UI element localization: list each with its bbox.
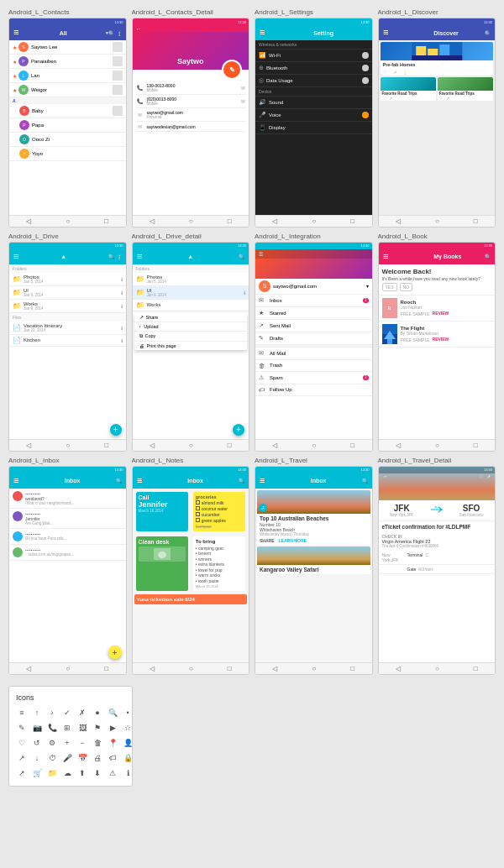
- icon-bullet[interactable]: •: [122, 707, 134, 719]
- travel-search-icon[interactable]: 🔍: [362, 478, 368, 484]
- icon-time[interactable]: ⏱: [46, 752, 58, 764]
- drive-folder-item[interactable]: 📁 UI Jan 9, 2014 ℹ: [9, 286, 126, 300]
- travel-learn-more-button[interactable]: LEARN MORE: [279, 538, 307, 543]
- list-item[interactable]: ★ W Weigor: [9, 83, 126, 97]
- context-menu-share[interactable]: ↗ Share: [134, 313, 248, 322]
- icon-arrow-down[interactable]: ↓: [31, 752, 43, 764]
- context-menu-copy[interactable]: ⧉ Copy: [134, 332, 248, 342]
- book-search-icon[interactable]: 🔍: [485, 254, 491, 259]
- icon-mic[interactable]: 🎤: [61, 752, 73, 764]
- book-review-button-2[interactable]: REVIEW: [433, 337, 449, 342]
- drive-detail-menu-icon[interactable]: ☰: [137, 254, 188, 260]
- book-review-button-1[interactable]: REVIEW: [433, 311, 449, 316]
- inbox-menu-icon[interactable]: ☰: [13, 478, 65, 484]
- list-item[interactable]: P Papa: [9, 118, 126, 133]
- book-menu-icon[interactable]: ☰: [383, 254, 434, 260]
- back-button[interactable]: ◁: [272, 217, 277, 225]
- inbox-menu-item[interactable]: ✉ Inbox 3: [255, 295, 372, 307]
- back-button[interactable]: ◁: [150, 217, 155, 225]
- bluetooth-item[interactable]: ⊕ Bluetooth: [255, 62, 372, 75]
- book-yes-button[interactable]: YES: [382, 283, 397, 291]
- context-menu-upload[interactable]: ↑ Upload: [134, 322, 248, 332]
- inbox-fab[interactable]: +: [108, 646, 122, 659]
- discover-small-card-1[interactable]: Favorite Road Trips ♡ ↗: [381, 77, 436, 101]
- home-button[interactable]: ○: [189, 442, 193, 449]
- note-card-yuna[interactable]: Yuna tickettion sale 6/24: [134, 594, 248, 604]
- icon-flag[interactable]: ⚑: [92, 722, 103, 734]
- inbox-email-item[interactable]: ··········· ···subia.com.au/img/grapes..…: [9, 545, 126, 561]
- context-menu-print[interactable]: 🖨 Print this page: [134, 342, 248, 350]
- recents-button[interactable]: □: [474, 217, 478, 225]
- icon-calendar[interactable]: 📅: [76, 752, 88, 764]
- list-item[interactable]: Y Yoyo: [9, 147, 126, 161]
- home-button[interactable]: ○: [435, 217, 439, 225]
- note-card-jennifer[interactable]: Call Jennifer March 16,2014: [136, 492, 188, 531]
- recents-button[interactable]: □: [104, 217, 108, 225]
- dropdown-icon[interactable]: ▾: [366, 283, 369, 289]
- home-button[interactable]: ○: [312, 442, 316, 449]
- icon-x[interactable]: ✗: [76, 707, 88, 719]
- drive-detail-search-icon[interactable]: 🔍: [239, 254, 244, 259]
- icon-warning[interactable]: ⚠: [107, 767, 118, 779]
- drive-detail-fab[interactable]: +: [233, 424, 244, 436]
- contacts-search-icon[interactable]: 🔍: [108, 30, 114, 36]
- discover-search-icon[interactable]: 🔍: [485, 30, 491, 36]
- recents-button[interactable]: □: [228, 217, 232, 225]
- drive-detail-folder-item-selected[interactable]: 📁 UI Jan 9, 2014 ℹ: [133, 286, 249, 300]
- home-button[interactable]: ○: [312, 217, 316, 225]
- home-button[interactable]: ○: [66, 442, 70, 449]
- display-item[interactable]: 📱 Display: [255, 122, 372, 134]
- drive-item-more[interactable]: ℹ: [121, 276, 123, 282]
- starred-menu-item[interactable]: ★ Starred: [255, 307, 372, 320]
- travel-card-desert[interactable]: Kangaroo Valley Safari: [257, 546, 370, 574]
- icon-trash[interactable]: 🗑: [92, 737, 103, 749]
- back-button[interactable]: ◁: [396, 217, 401, 225]
- icon-lock[interactable]: 🔒: [122, 752, 134, 764]
- settings-menu-icon[interactable]: ☰: [260, 29, 313, 36]
- icon-plus[interactable]: +: [61, 737, 73, 749]
- icon-folder[interactable]: 📁: [46, 767, 58, 779]
- checkbox[interactable]: [196, 506, 200, 510]
- wifi-item[interactable]: 📶 Wi-Fi: [255, 50, 372, 62]
- recents-button[interactable]: □: [474, 665, 478, 672]
- drive-more-icon[interactable]: ⋮: [117, 254, 122, 259]
- home-button[interactable]: ○: [435, 442, 439, 449]
- trash-menu-item[interactable]: 🗑 Trash: [255, 360, 372, 372]
- list-item[interactable]: B Baby: [9, 104, 126, 118]
- inbox-email-item[interactable]: ··········· Jennifer Are Gang Wait...: [9, 509, 126, 529]
- icon-search[interactable]: 🔍: [107, 707, 118, 719]
- inbox-email-item[interactable]: ··········· Do you have Paris rela...: [9, 529, 126, 545]
- icon-play[interactable]: ▶: [107, 722, 118, 734]
- icon-up-arrow[interactable]: ↑: [31, 707, 43, 719]
- recents-button[interactable]: □: [350, 217, 354, 225]
- home-button[interactable]: ○: [435, 665, 439, 672]
- recents-button[interactable]: □: [228, 665, 232, 672]
- icon-location[interactable]: 📍: [107, 737, 118, 749]
- notes-search-icon[interactable]: 🔍: [239, 478, 244, 484]
- drive-detail-folder-item[interactable]: 📁 Photos Jan 5, 2014: [133, 273, 249, 286]
- icon-tag[interactable]: 🏷: [107, 752, 118, 764]
- recents-button[interactable]: □: [350, 665, 354, 672]
- home-button[interactable]: ○: [66, 665, 70, 672]
- more-icon[interactable]: ⋮: [403, 70, 407, 75]
- drive-file-item[interactable]: 📄 Vacation Itinerary Jan 22, 2014 ℹ: [9, 322, 126, 335]
- contacts-more-icon[interactable]: ⋮: [117, 30, 122, 36]
- drive-item-more[interactable]: ℹ: [121, 290, 123, 295]
- icon-check[interactable]: ✓: [61, 707, 73, 719]
- bookmark-icon[interactable]: ♡: [383, 70, 386, 75]
- drive-detail-folder-item[interactable]: 📁 Works: [133, 300, 249, 311]
- drive-item-more[interactable]: ℹ: [121, 325, 123, 331]
- icon-info[interactable]: ℹ: [122, 767, 134, 779]
- wifi-toggle[interactable]: [362, 52, 369, 59]
- back-arrow-icon[interactable]: ←: [383, 473, 389, 479]
- back-button[interactable]: ◁: [150, 665, 155, 672]
- sound-item[interactable]: 🔊 Sound: [255, 97, 372, 109]
- drive-folder-item[interactable]: 📁 Photos Jan 5, 2014 ℹ: [9, 273, 126, 286]
- voice-item[interactable]: 🎤 Voice: [255, 109, 372, 122]
- sent-menu-item[interactable]: ↗ Sent Mail: [255, 320, 372, 332]
- drive-fab[interactable]: +: [110, 424, 122, 436]
- drive-item-more[interactable]: ℹ: [244, 290, 245, 295]
- icon-image[interactable]: 🖼: [76, 722, 88, 734]
- icon-settings[interactable]: ⚙: [46, 737, 58, 749]
- inbox-search-icon[interactable]: 🔍: [116, 478, 122, 484]
